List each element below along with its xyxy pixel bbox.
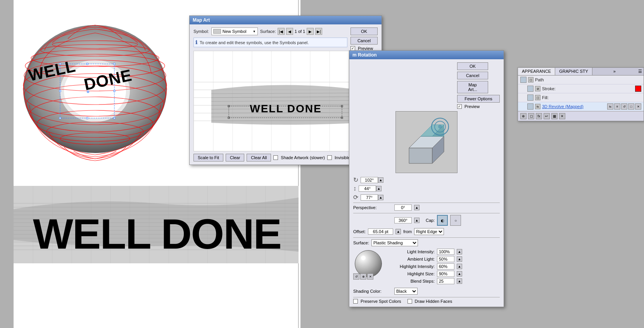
effect-eye-icon[interactable] [527,103,534,110]
revolve-angle-stepper[interactable]: ▲ [414,218,420,223]
light-intensity-stepper[interactable]: ▲ [457,249,462,254]
panel-icon-4[interactable]: ↩ [544,113,550,119]
scale-to-fit-button[interactable]: Scale to Fit [193,154,223,161]
panel-more-btn[interactable]: » [612,68,617,75]
stroke-swatch[interactable] [635,86,641,92]
cap-button-1[interactable]: ◐ [437,215,448,226]
shading-color-row: Shading Color: Black Custom [353,288,500,295]
info-text: To create and edit these symbols, use th… [200,40,309,45]
light-intensity-input[interactable] [437,249,454,255]
offset-label: Offset: [353,229,366,234]
effect-btn-3[interactable]: ↺ [621,103,627,110]
offset-input[interactable] [368,228,393,235]
shading-ball-container: ↺ ⊕ ✕ [353,249,384,280]
surface-select[interactable]: Plastic Shading Diffuse Shading No Shadi… [371,239,418,246]
revolve-titlebar: m Rotation [349,51,504,59]
svg-point-91 [438,125,442,129]
ambient-light-stepper[interactable]: ▲ [457,256,462,262]
revolve-ok-button[interactable]: OK [457,62,488,70]
surface-section-label: Surface: [353,240,369,245]
from-select[interactable]: Right Edge Left Edge [414,228,444,235]
effect-btn-1[interactable]: fx [607,103,613,110]
panel-options-btn[interactable]: ☰ [637,68,644,75]
stroke-eye-icon[interactable] [527,86,534,92]
fill-eye-icon[interactable] [527,94,534,101]
path-label: Path [535,77,641,82]
map-art-button[interactable]: Map Art... [457,81,488,93]
highlight-size-stepper[interactable]: ▲ [457,271,462,276]
svg-rect-22 [86,117,88,119]
nav-first-btn[interactable]: |◀ [278,28,285,35]
draw-hidden-checkbox[interactable] [407,299,412,304]
shading-btn-row: ↺ ⊕ ✕ [353,273,373,280]
from-label: from [403,229,412,234]
preserve-spot-checkbox[interactable] [353,299,358,304]
revolve-cancel-button[interactable]: Cancel [457,72,488,79]
highlight-size-input[interactable] [437,271,454,277]
effect-btn-4[interactable]: □ [628,103,634,110]
revolve-preview-checkbox[interactable] [457,104,462,109]
torus-artwork: WELL DONE [14,4,176,167]
shading-btn-1[interactable]: ↺ [353,273,359,280]
stroke-icon: ⊘ [535,86,540,91]
invisible-geometry-checkbox[interactable] [327,155,332,160]
perspective-input[interactable] [394,204,412,211]
nav-prev-btn[interactable]: ◀ [286,28,293,35]
effect-label[interactable]: 3D Revolve (Mapped) [542,104,607,109]
map-art-titlebar: Map Art [190,16,382,24]
draw-hidden-label: Draw Hidden Faces [415,299,452,304]
angle-field-3: ▲ [361,194,383,201]
cap-label: Cap: [426,218,435,223]
effect-btn-5[interactable]: ✕ [635,103,641,110]
cap-button-2[interactable]: ○ [450,215,461,226]
clear-button[interactable]: Clear [226,154,244,161]
fill-icon: ◻ [535,95,540,100]
ambient-light-row: Ambient Light: ▲ [388,256,500,262]
map-art-cancel-button[interactable]: Cancel [350,37,378,45]
nav-next-btn[interactable]: ▶ [307,28,314,35]
shading-btn-2[interactable]: ⊕ [360,273,366,280]
rotate-z-icon: ⟳ [353,194,358,201]
effect-btn-2[interactable]: ≡ [614,103,620,110]
svg-rect-18 [114,63,115,65]
tab-graphic-styles[interactable]: GRAPHIC STY [555,68,592,75]
path-eye-icon[interactable] [520,77,527,83]
surface-controls: Surface: |◀ ◀ 1 of 1 ▶ ▶| [260,28,323,35]
highlight-intensity-input[interactable] [437,263,454,270]
angle-input-1[interactable] [361,177,378,183]
map-art-ok-button[interactable]: OK [350,27,378,35]
highlight-intensity-stepper[interactable]: ▲ [457,264,462,269]
offset-stepper[interactable]: ▲ [395,229,401,234]
panel-icon-1[interactable]: ⊕ [520,113,527,119]
revolve-angle-input[interactable] [394,217,412,223]
angle-input-3[interactable] [361,194,378,201]
panel-icon-6[interactable]: ✕ [559,113,565,119]
perspective-stepper[interactable]: ▲ [414,205,420,210]
clear-all-button[interactable]: Clear All [247,154,271,161]
symbols-label: Symbol: [193,29,209,34]
fewer-options-button[interactable]: Fewer Options [457,95,500,103]
preserve-spot-label: Preserve Spot Colors [361,299,401,304]
angle-input-2[interactable] [359,185,376,192]
symbol-dropdown[interactable]: New Symbol ▼ [211,27,258,35]
tab-appearance[interactable]: APPEARANCE [518,68,555,75]
shading-btn-3[interactable]: ✕ [367,273,373,280]
separator-4 [353,297,500,297]
angle-stepper-up-1[interactable]: ▲ [378,177,383,183]
shading-color-select[interactable]: Black Custom [394,288,418,295]
panel-icon-5[interactable]: ▦ [551,113,558,119]
blend-steps-input[interactable] [437,278,454,284]
nav-last-btn[interactable]: ▶| [315,28,322,35]
shade-artwork-group: Shade Artwork (slower) [273,155,325,160]
panel-icon-3[interactable]: fx [536,113,542,119]
angle-field-1: ▲ [361,177,383,183]
ambient-light-input[interactable] [437,256,454,262]
blend-steps-stepper[interactable]: ▲ [457,278,462,284]
effect-icon: fx [535,104,540,109]
angle-stepper-up-3[interactable]: ▲ [378,195,383,200]
offset-row: Offset: ▲ from Right Edge Left Edge [353,228,500,235]
shade-artwork-checkbox[interactable] [273,155,278,160]
angle-stepper-up-2[interactable]: ▲ [376,186,382,191]
angle-row-3: ⟳ ▲ [353,194,500,201]
panel-icon-2[interactable]: ◻ [528,113,534,119]
